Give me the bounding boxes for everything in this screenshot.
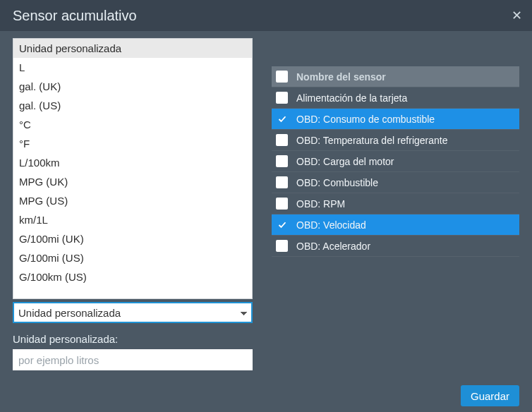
- sensor-header-label: Nombre del sensor: [296, 71, 386, 83]
- checkbox-icon[interactable]: [276, 92, 288, 104]
- unit-option[interactable]: G/100mi (US): [13, 248, 252, 267]
- sensor-list: Nombre del sensor Alimentación de la tar…: [272, 66, 519, 257]
- dialog-titlebar: Sensor acumulativo ✕: [0, 0, 532, 31]
- sensor-row[interactable]: OBD: Acelerador: [272, 236, 519, 257]
- sensor-label: OBD: Carga del motor: [296, 156, 394, 167]
- checkbox-icon[interactable]: [276, 155, 288, 167]
- unit-option[interactable]: gal. (US): [13, 96, 252, 115]
- checkbox-icon[interactable]: [276, 198, 288, 210]
- sensor-label: Alimentación de la tarjeta: [296, 92, 407, 104]
- checkbox-icon[interactable]: [276, 134, 288, 146]
- sensor-row[interactable]: OBD: Velocidad: [272, 214, 519, 236]
- unit-option[interactable]: L/100km: [13, 153, 252, 172]
- unit-option[interactable]: °C: [13, 115, 252, 134]
- unit-option[interactable]: G/100km (US): [13, 267, 252, 286]
- checkbox-icon[interactable]: [276, 176, 288, 188]
- dialog: Sensor acumulativo ✕ Nombre del sensor A…: [0, 0, 532, 412]
- sensor-label: OBD: RPM: [296, 198, 345, 210]
- sensor-row[interactable]: OBD: RPM: [272, 193, 519, 214]
- unit-option[interactable]: km/1L: [13, 210, 252, 229]
- sensor-label: OBD: Consumo de combustible: [296, 114, 435, 125]
- custom-unit-input[interactable]: [13, 349, 253, 370]
- check-icon[interactable]: [276, 113, 288, 125]
- sensor-list-header[interactable]: Nombre del sensor: [272, 66, 519, 87]
- check-icon[interactable]: [276, 219, 288, 231]
- unit-option[interactable]: MPG (US): [13, 191, 252, 210]
- dialog-title: Sensor acumulativo: [13, 8, 137, 24]
- custom-unit-label: Unidad personalizada:: [13, 333, 253, 345]
- save-button[interactable]: Guardar: [461, 385, 519, 406]
- unit-option[interactable]: °F: [13, 134, 252, 153]
- sensor-label: OBD: Velocidad: [296, 219, 366, 231]
- sensor-row[interactable]: OBD: Temperatura del refrigerante: [272, 130, 519, 151]
- unit-select[interactable]: Unidad personalizada: [13, 302, 253, 323]
- sensor-label: OBD: Acelerador: [296, 241, 370, 252]
- sensor-label: OBD: Temperatura del refrigerante: [296, 135, 448, 146]
- unit-option[interactable]: gal. (UK): [13, 77, 252, 96]
- checkbox-icon[interactable]: [276, 240, 288, 252]
- unit-option[interactable]: L: [13, 58, 252, 77]
- checkbox-icon[interactable]: [276, 71, 288, 83]
- sensor-label: OBD: Combustible: [296, 177, 378, 188]
- sensor-row[interactable]: OBD: Consumo de combustible: [272, 109, 519, 130]
- sensor-row[interactable]: OBD: Combustible: [272, 172, 519, 193]
- sensor-row[interactable]: Alimentación de la tarjeta: [272, 87, 519, 109]
- close-icon[interactable]: ✕: [512, 9, 522, 22]
- dialog-footer: Guardar: [0, 380, 532, 412]
- unit-option[interactable]: Unidad personalizada: [13, 39, 252, 58]
- sensor-row[interactable]: OBD: Carga del motor: [272, 151, 519, 172]
- unit-option[interactable]: MPG (UK): [13, 172, 252, 191]
- unit-dropdown-list[interactable]: Unidad personalizadaLgal. (UK)gal. (US)°…: [13, 38, 253, 299]
- dialog-content: Nombre del sensor Alimentación de la tar…: [0, 31, 532, 380]
- unit-option[interactable]: G/100mi (UK): [13, 229, 252, 248]
- left-panel: Unidad personalizada Unidad personalizad…: [13, 302, 253, 370]
